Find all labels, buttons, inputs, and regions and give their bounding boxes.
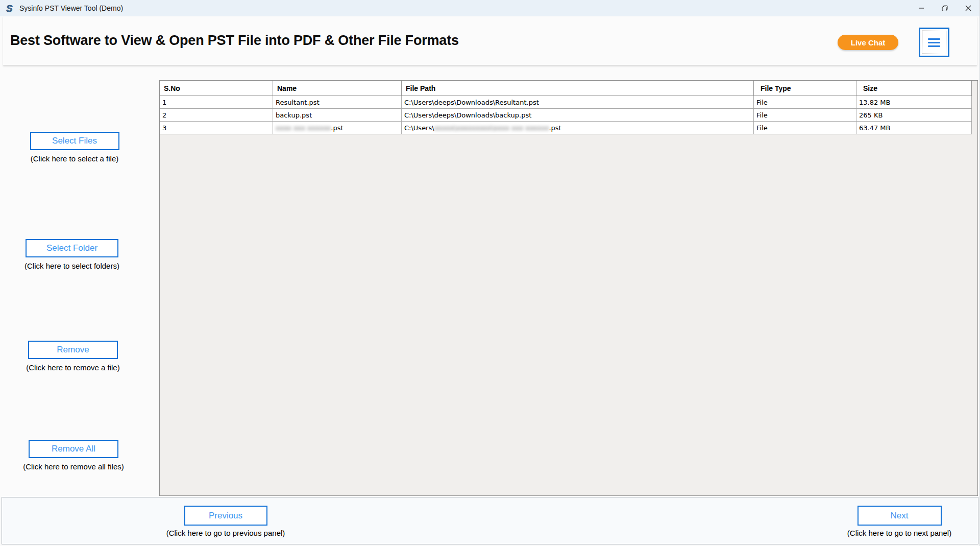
- cell-file-path: C:\Users\deeps\Downloads\Resultant.pst: [402, 96, 754, 108]
- column-header-file-type[interactable]: File Type: [754, 81, 856, 96]
- restore-icon: [942, 5, 948, 12]
- redacted-text: xxxxx\xxxxxxxxx\xxxx xxx xxxxxx: [434, 124, 549, 132]
- next-button[interactable]: Next: [857, 506, 942, 526]
- select-files-group: Select Files (Click here to select a fil…: [11, 132, 138, 163]
- minimize-button[interactable]: [910, 0, 933, 16]
- table-header-row: S.No Name File Path File Type Size: [160, 81, 972, 96]
- svg-text:S: S: [6, 3, 13, 13]
- live-chat-button[interactable]: Live Chat: [838, 35, 898, 50]
- remove-button[interactable]: Remove: [28, 341, 118, 359]
- file-list-table: S.No Name File Path File Type Size 1Resu…: [159, 80, 978, 496]
- select-folder-caption: (Click here to select folders): [8, 262, 136, 270]
- window-title: Sysinfo PST Viewer Tool (Demo): [19, 4, 123, 12]
- next-group: Next (Click here to go to next panel): [832, 506, 967, 537]
- cell-file-path: C:\Users\deeps\Downloads\backup.pst: [402, 109, 754, 121]
- column-header-sno[interactable]: S.No: [160, 81, 273, 96]
- table-body: 1Resultant.pstC:\Users\deeps\Downloads\R…: [160, 96, 972, 134]
- cell-sno: 3: [160, 122, 273, 134]
- previous-button[interactable]: Previous: [184, 506, 267, 526]
- titlebar: S Sysinfo PST Viewer Tool (Demo): [0, 0, 980, 16]
- app-logo-icon: S: [5, 3, 15, 13]
- header: Best Software to View & Open PST File in…: [3, 16, 977, 65]
- cell-file-path: C:\Users\xxxxx\xxxxxxxxx\xxxx xxx xxxxxx…: [402, 122, 754, 134]
- column-header-file-path[interactable]: File Path: [402, 81, 754, 96]
- previous-group: Previous (Click here to go to previous p…: [158, 506, 293, 537]
- previous-caption: (Click here to go to previous panel): [158, 529, 293, 537]
- cell-size: 265 KB: [856, 109, 972, 121]
- cell-name: backup.pst: [273, 109, 402, 121]
- cell-file-type: File: [754, 96, 856, 108]
- cell-sno: 1: [160, 96, 273, 108]
- redacted-text: xxxx xxx xxxxxx: [276, 124, 331, 132]
- close-icon: [965, 5, 971, 11]
- footer: Previous (Click here to go to previous p…: [2, 497, 978, 544]
- cell-sno: 2: [160, 109, 273, 121]
- remove-all-button[interactable]: Remove All: [29, 440, 118, 458]
- remove-caption: (Click here to remove a file): [9, 363, 137, 372]
- select-folder-group: Select Folder (Click here to select fold…: [8, 239, 136, 270]
- restore-button[interactable]: [933, 0, 957, 16]
- remove-group: Remove (Click here to remove a file): [9, 341, 137, 372]
- window-controls: [910, 0, 980, 16]
- cell-name: xxxx xxx xxxxxx.pst: [273, 122, 402, 134]
- close-button[interactable]: [957, 0, 980, 16]
- select-files-button[interactable]: Select Files: [30, 132, 119, 150]
- page-title: Best Software to View & Open PST File in…: [10, 33, 459, 49]
- cell-size: 63.47 MB: [856, 122, 972, 134]
- next-caption: (Click here to go to next panel): [832, 529, 967, 537]
- table-row[interactable]: 3xxxx xxx xxxxxx.pstC:\Users\xxxxx\xxxxx…: [160, 122, 972, 134]
- hamburger-icon: [928, 38, 940, 40]
- select-folder-button[interactable]: Select Folder: [26, 239, 118, 257]
- column-header-size[interactable]: Size: [856, 81, 972, 96]
- cell-name: Resultant.pst: [273, 96, 402, 108]
- cell-file-type: File: [754, 122, 856, 134]
- remove-all-caption: (Click here to remove all files): [10, 462, 137, 471]
- minimize-icon: [918, 5, 924, 11]
- select-files-caption: (Click here to select a file): [11, 154, 138, 163]
- cell-size: 13.82 MB: [856, 96, 972, 108]
- cell-file-type: File: [754, 109, 856, 121]
- table-row[interactable]: 2backup.pstC:\Users\deeps\Downloads\back…: [160, 109, 972, 122]
- remove-all-group: Remove All (Click here to remove all fil…: [10, 440, 137, 471]
- table-row[interactable]: 1Resultant.pstC:\Users\deeps\Downloads\R…: [160, 96, 972, 109]
- menu-button[interactable]: [919, 28, 949, 57]
- column-header-name[interactable]: Name: [273, 81, 402, 96]
